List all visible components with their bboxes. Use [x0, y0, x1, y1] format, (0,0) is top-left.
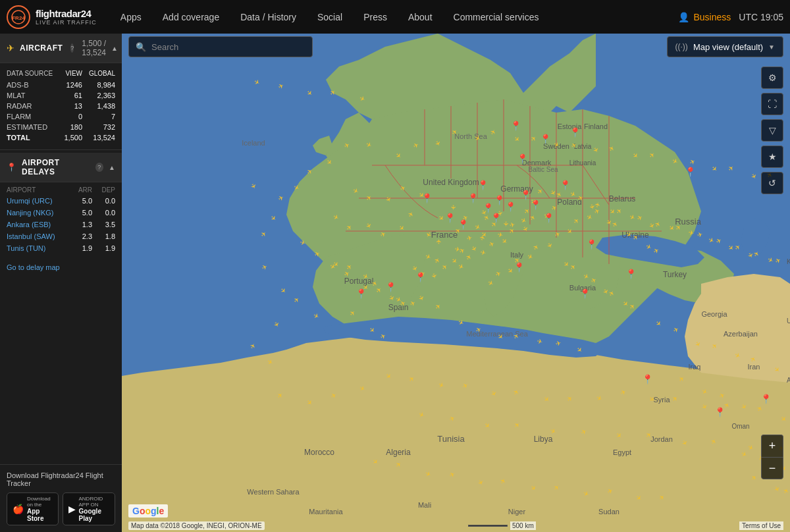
data-row-radar: RADAR 13 1,438: [0, 101, 122, 111]
app-store-badge[interactable]: 🍎 Download on the App Store: [7, 492, 59, 525]
nav-data-history[interactable]: Data / History: [230, 0, 307, 34]
aircraft-icon: ✈: [7, 43, 14, 53]
airport-row-urc[interactable]: Urumqi (URC) 5.0 0.0: [0, 195, 122, 207]
airport-row-saw[interactable]: Istanbul (SAW) 2.3 1.8: [0, 230, 122, 242]
svg-text:Tunisia: Tunisia: [437, 434, 465, 444]
airport-delays-table: AIRPORT ARR DEP Urumqi (URC) 5.0 0.0 Nan…: [0, 182, 122, 257]
search-input[interactable]: [151, 42, 305, 52]
svg-text:Mauritania: Mauritania: [309, 508, 343, 516]
svg-text:Kazak...: Kazak...: [787, 258, 790, 265]
logo[interactable]: FR24 flightradar24 LIVE AIR TRAFFIC: [7, 5, 97, 29]
svg-text:📍: 📍: [505, 201, 517, 213]
svg-text:Egypt: Egypt: [613, 448, 631, 456]
svg-text:📍: 📍: [579, 288, 591, 300]
zoom-in-button[interactable]: +: [761, 435, 783, 457]
data-row-mlat: MLAT 61 2,363: [0, 90, 122, 101]
section-divider: [0, 149, 122, 150]
google-play-badge[interactable]: ▶ ANDROID APP ON Google Play: [63, 492, 116, 525]
data-table-header: DATA SOURCE VIEW GLOBAL: [0, 67, 122, 78]
nav-links: Apps Add coverage Data / History Social …: [110, 0, 679, 34]
fullscreen-button[interactable]: ⛶: [761, 93, 783, 115]
aircraft-help-badge[interactable]: ?: [70, 43, 74, 53]
dropdown-arrow-icon: ▼: [768, 43, 775, 51]
user-icon: 👤: [678, 12, 689, 22]
map-attribution: Map data ©2018 Google, INEGI, ORION-ME: [128, 521, 265, 530]
map-svg: North Sea United Kingdom France Germany …: [122, 34, 790, 532]
svg-text:✈: ✈: [450, 205, 457, 210]
svg-text:📍: 📍: [494, 195, 506, 206]
airport-delays-header: 📍 AIRPORT DELAYS ? ▲: [0, 153, 122, 182]
svg-text:Iraq: Iraq: [689, 363, 701, 371]
nav-add-coverage[interactable]: Add coverage: [152, 0, 230, 34]
favorite-button[interactable]: ★: [761, 146, 783, 168]
map-area[interactable]: North Sea United Kingdom France Germany …: [122, 34, 790, 532]
aircraft-chevron-icon: ▲: [111, 45, 118, 52]
svg-text:United Kingdom: United Kingdom: [423, 178, 479, 187]
svg-text:📍: 📍: [530, 200, 542, 211]
svg-text:📍: 📍: [642, 374, 654, 385]
refresh-button[interactable]: ↺: [761, 172, 783, 194]
nav-right: 👤 Business UTC 19:05: [678, 12, 783, 22]
nav-social[interactable]: Social: [307, 0, 353, 34]
delay-map-link[interactable]: Go to delay map: [0, 257, 122, 277]
svg-text:📍: 📍: [625, 269, 637, 280]
airport-row-tun[interactable]: Tunis (TUN) 1.9 1.9: [0, 242, 122, 254]
svg-text:📍: 📍: [586, 239, 598, 250]
navbar: FR24 flightradar24 LIVE AIR TRAFFIC Apps…: [0, 0, 790, 34]
wifi-icon: ((·)): [675, 42, 688, 51]
android-icon: ▶: [68, 504, 76, 514]
zoom-controls: + −: [761, 435, 783, 479]
map-topbar: 🔍 ((·)) Map view (default) ▼: [122, 34, 790, 60]
svg-text:📍: 📍: [467, 193, 479, 204]
header-view: VIEW: [56, 70, 82, 77]
airport-icon: 📍: [7, 163, 16, 172]
download-section: Download Flightradar24 Flight Tracker 🍎 …: [0, 464, 122, 532]
svg-text:📍: 📍: [444, 213, 456, 224]
svg-text:Belarus: Belarus: [609, 194, 636, 203]
svg-text:📍: 📍: [477, 180, 489, 191]
business-button[interactable]: 👤 Business: [678, 12, 731, 22]
zoom-out-button[interactable]: −: [761, 457, 783, 479]
data-source-table: DATA SOURCE VIEW GLOBAL ADS-B 1246 8,984…: [0, 63, 122, 147]
svg-text:Western Sahara: Western Sahara: [247, 488, 300, 496]
svg-text:Portugal: Portugal: [344, 277, 374, 286]
filter-button[interactable]: ▽: [761, 119, 783, 142]
svg-text:Georgia: Georgia: [701, 310, 727, 318]
terms-of-use-link[interactable]: Terms of Use: [739, 521, 783, 530]
settings-button[interactable]: ⚙: [761, 66, 783, 89]
svg-text:✈: ✈: [435, 239, 442, 244]
airport-row-nkg[interactable]: Nanjing (NKG) 5.0 0.0: [0, 207, 122, 219]
utc-time: UTC 19:05: [739, 12, 783, 22]
sidebar: ✈ AIRCRAFT ? 1,500 / 13,524 ▲ DATA SOURC…: [0, 34, 122, 532]
svg-text:📍: 📍: [560, 180, 571, 191]
scale-line: [468, 525, 508, 527]
airport-row-esb[interactable]: Ankara (ESB) 1.3 3.5: [0, 219, 122, 230]
svg-text:Libya: Libya: [534, 435, 553, 444]
scale-label: 500 km: [510, 521, 536, 530]
svg-text:📍: 📍: [415, 272, 427, 283]
data-row-flarm: FLARM 0 7: [0, 111, 122, 122]
airport-help-badge[interactable]: ?: [95, 163, 103, 172]
svg-text:Niger: Niger: [508, 508, 526, 516]
search-box[interactable]: 🔍: [128, 36, 313, 57]
svg-text:📍: 📍: [540, 134, 552, 145]
map-tools: ⚙ ⛶ ▽ ★ ↺: [761, 66, 783, 194]
svg-text:📍: 📍: [569, 127, 581, 138]
nav-about[interactable]: About: [398, 0, 443, 34]
nav-commercial[interactable]: Commercial services: [443, 0, 550, 34]
svg-text:FR24: FR24: [12, 15, 25, 21]
nav-press[interactable]: Press: [353, 0, 398, 34]
airport-table-header: AIRPORT ARR DEP: [0, 185, 122, 195]
nav-apps[interactable]: Apps: [110, 0, 152, 34]
svg-text:📍: 📍: [490, 213, 502, 224]
svg-text:Lithuania: Lithuania: [569, 159, 596, 167]
header-source-label: DATA SOURCE: [7, 70, 56, 77]
svg-text:Jordan: Jordan: [650, 435, 673, 443]
airport-chevron-icon: ▲: [109, 164, 115, 171]
svg-text:📍: 📍: [517, 153, 529, 165]
svg-text:Syria: Syria: [653, 396, 670, 404]
map-footer: Map data ©2018 Google, INEGI, ORION-ME 5…: [122, 519, 790, 532]
svg-text:📍: 📍: [543, 213, 555, 224]
map-view-button[interactable]: ((·)) Map view (default) ▼: [667, 36, 783, 57]
svg-text:📍: 📍: [458, 219, 469, 230]
